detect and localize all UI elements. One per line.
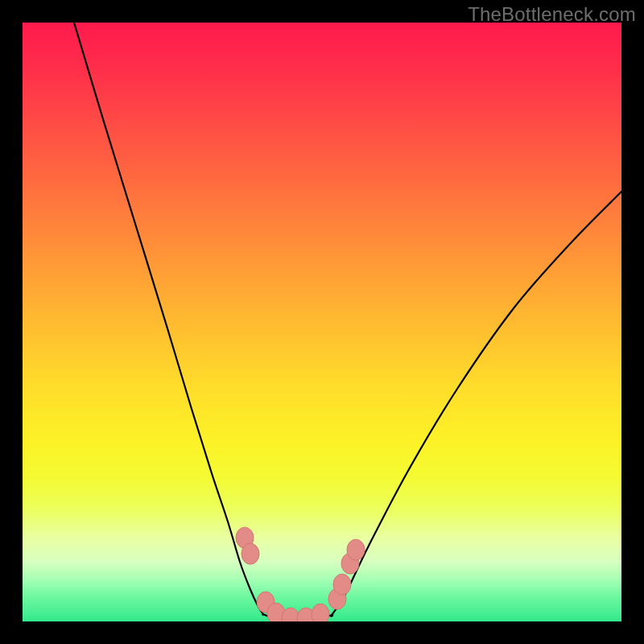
curve-path: [74, 23, 621, 621]
watermark-text: TheBottleneck.com: [468, 3, 636, 26]
marker-dot: [312, 604, 329, 621]
bottleneck-curve: [74, 23, 621, 621]
marker-dot: [347, 539, 365, 560]
marker-dot: [242, 543, 259, 564]
marker-dot: [333, 574, 351, 595]
chart-frame: TheBottleneck.com: [0, 0, 644, 644]
chart-plot-area: [23, 23, 621, 621]
highlight-markers: [236, 527, 365, 621]
chart-svg: [23, 23, 621, 621]
